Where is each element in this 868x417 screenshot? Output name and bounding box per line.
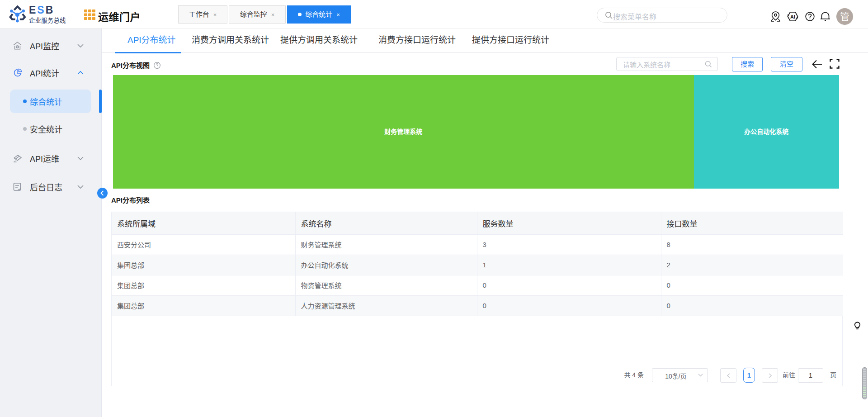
svg-text:AI: AI <box>790 14 795 19</box>
